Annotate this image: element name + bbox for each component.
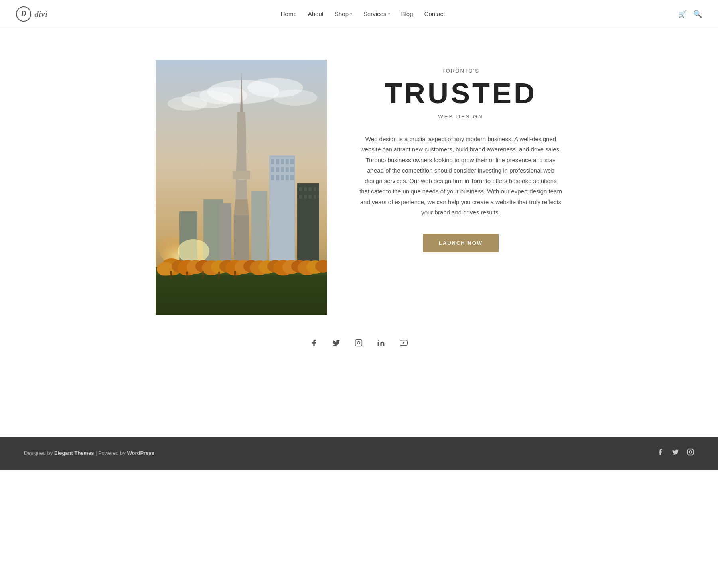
nav-shop-dropdown[interactable]: Shop ▾	[335, 10, 352, 17]
svg-rect-32	[299, 187, 302, 191]
site-footer: Designed by Elegant Themes | Powered by …	[0, 437, 718, 470]
hero-section: TORONTO'S TRUSTED WEB DESIGN Web design …	[156, 60, 562, 315]
youtube-icon[interactable]	[399, 339, 408, 349]
svg-rect-24	[286, 167, 289, 172]
wordpress-link[interactable]: WordPress	[127, 450, 154, 456]
elegant-themes-link[interactable]: Elegant Themes	[54, 450, 94, 456]
shop-chevron-icon: ▾	[350, 12, 352, 16]
logo-text: divi	[34, 9, 47, 19]
svg-point-76	[378, 340, 379, 341]
svg-point-44	[178, 239, 209, 263]
svg-rect-25	[290, 167, 294, 172]
svg-rect-20	[290, 159, 294, 164]
svg-rect-73	[355, 340, 362, 346]
svg-rect-16	[271, 159, 274, 164]
designed-by-text: Designed by	[24, 450, 54, 456]
hero-image-wrap	[156, 60, 327, 315]
cart-icon[interactable]: 🛒	[678, 10, 687, 18]
hero-content: TORONTO'S TRUSTED WEB DESIGN Web design …	[359, 60, 562, 252]
powered-by-text: | Powered by	[94, 450, 127, 456]
footer-facebook-icon[interactable]	[657, 448, 664, 458]
nav-contact[interactable]: Contact	[424, 10, 445, 17]
footer-social-icons	[657, 448, 694, 458]
svg-rect-18	[281, 159, 284, 164]
nav-blog[interactable]: Blog	[401, 10, 413, 17]
trusted-heading: TRUSTED	[359, 77, 562, 110]
nav-icons: 🛒 🔍	[678, 10, 702, 18]
launch-now-button[interactable]: LAUNCH NOW	[423, 234, 499, 252]
main-nav: Home About Shop ▾ Services ▾ Blog Contac…	[281, 10, 445, 17]
svg-point-5	[273, 90, 317, 106]
svg-rect-75	[378, 342, 379, 346]
hero-image	[156, 60, 327, 315]
twitter-icon[interactable]	[332, 339, 340, 349]
svg-rect-36	[299, 195, 302, 199]
svg-rect-39	[314, 195, 316, 199]
svg-rect-8	[234, 215, 249, 263]
search-icon[interactable]: 🔍	[693, 10, 702, 18]
svg-rect-38	[309, 195, 312, 199]
svg-rect-14	[269, 155, 295, 275]
svg-rect-11	[233, 171, 250, 179]
footer-twitter-icon[interactable]	[672, 448, 679, 458]
svg-rect-26	[271, 175, 274, 180]
nav-about[interactable]: About	[308, 10, 323, 17]
footer-credit: Designed by Elegant Themes | Powered by …	[24, 450, 154, 456]
linkedin-icon[interactable]	[377, 339, 385, 349]
facebook-icon[interactable]	[310, 339, 318, 349]
svg-marker-13	[234, 199, 249, 215]
logo-link[interactable]: D divi	[16, 6, 47, 22]
torontos-label: TORONTO'S	[359, 68, 562, 74]
svg-rect-21	[271, 167, 274, 172]
nav-services-dropdown[interactable]: Services ▾	[363, 10, 390, 17]
nav-shop[interactable]: Shop	[335, 10, 349, 17]
svg-rect-72	[156, 275, 327, 315]
svg-rect-17	[276, 159, 279, 164]
hero-description: Web design is a crucial aspect of any mo…	[359, 134, 562, 218]
svg-rect-29	[286, 175, 289, 180]
logo-letter: D	[21, 10, 26, 18]
svg-rect-78	[688, 449, 694, 455]
svg-rect-35	[314, 187, 316, 191]
svg-rect-27	[276, 175, 279, 180]
logo-circle: D	[16, 6, 31, 22]
main-content: TORONTO'S TRUSTED WEB DESIGN Web design …	[140, 28, 578, 373]
svg-point-7	[181, 91, 233, 108]
svg-rect-28	[281, 175, 284, 180]
instagram-icon[interactable]	[355, 339, 363, 349]
page-spacer	[0, 373, 718, 437]
services-chevron-icon: ▾	[388, 12, 390, 16]
svg-rect-37	[304, 195, 307, 199]
social-icons-row	[156, 339, 562, 349]
nav-services[interactable]: Services	[363, 10, 387, 17]
nav-home[interactable]: Home	[281, 10, 297, 17]
svg-rect-30	[290, 175, 294, 180]
svg-rect-23	[281, 167, 284, 172]
footer-instagram-icon[interactable]	[687, 448, 694, 458]
svg-rect-22	[276, 167, 279, 172]
svg-rect-34	[309, 187, 312, 191]
svg-marker-77	[403, 342, 405, 344]
svg-rect-19	[286, 159, 289, 164]
site-header: D divi Home About Shop ▾ Services ▾ Blog…	[0, 0, 718, 28]
svg-rect-33	[304, 187, 307, 191]
web-design-label: WEB DESIGN	[359, 114, 562, 120]
